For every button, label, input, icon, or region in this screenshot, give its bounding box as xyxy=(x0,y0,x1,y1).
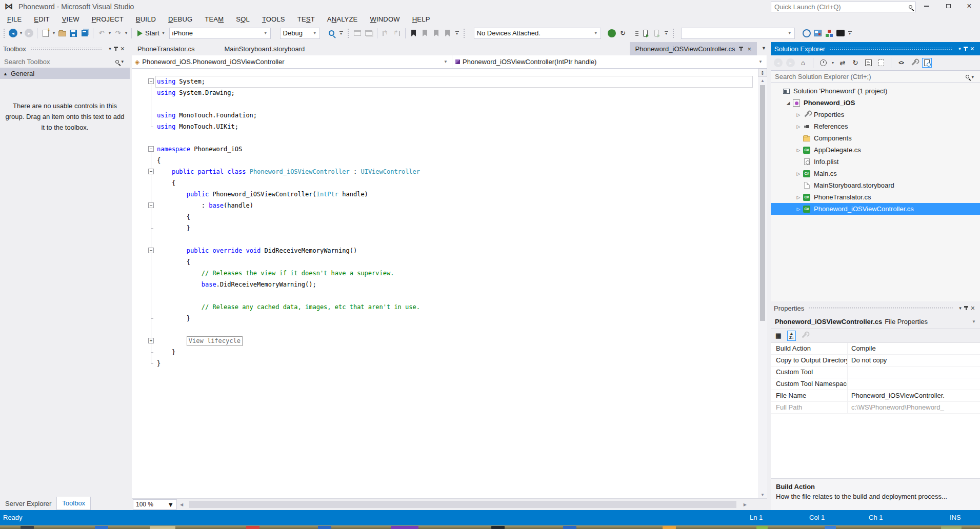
refresh-devices-icon[interactable]: ↻ xyxy=(618,29,628,38)
tree-item-info-plist[interactable]: Info.plist xyxy=(771,156,980,168)
property-value[interactable]: Phoneword_iOSViewController. xyxy=(848,390,980,401)
menu-item-window[interactable]: WINDOW xyxy=(364,14,406,24)
navigate-forward-icon[interactable]: ▸ xyxy=(25,29,33,37)
se-back-icon[interactable]: ◂ xyxy=(774,58,783,67)
chevron-down-icon[interactable]: ▾ xyxy=(108,31,111,35)
taskbar-app-icon[interactable] xyxy=(246,526,259,529)
taskbar-app-icon[interactable] xyxy=(563,526,576,529)
taskbar-app-icon[interactable] xyxy=(150,526,175,529)
solution-explorer-search-input[interactable]: Search Solution Explorer (Ctrl+;) ▾ xyxy=(771,70,980,83)
config-combo[interactable]: Debug▼ xyxy=(280,28,320,39)
prev-bookmark-icon[interactable] xyxy=(421,29,430,38)
save-icon[interactable] xyxy=(69,29,78,38)
close-icon[interactable]: × xyxy=(747,45,751,53)
alphabetical-icon[interactable]: AZ↓ xyxy=(787,331,796,341)
vertical-scrollbar[interactable]: ⇕ ▲ ▼ xyxy=(758,69,767,498)
menu-item-tools[interactable]: TOOLS xyxy=(256,14,291,24)
forms-designer-icon[interactable] xyxy=(813,29,823,38)
menu-item-team[interactable]: TEAM xyxy=(198,14,230,24)
quick-launch-input[interactable]: Quick Launch (Ctrl+Q) xyxy=(771,2,916,12)
pin-icon[interactable] xyxy=(966,306,967,310)
chevron-down-icon[interactable]: ▾ xyxy=(52,31,55,35)
save-all-icon[interactable] xyxy=(80,29,89,38)
toolbar-overflow-icon[interactable]: ▾ xyxy=(664,31,669,35)
taskbar-app-icon[interactable] xyxy=(21,526,34,529)
home-icon[interactable]: ⌂ xyxy=(798,58,808,68)
menu-item-build[interactable]: BUILD xyxy=(130,14,162,24)
toolbox-group-general[interactable]: ▲ General xyxy=(0,68,130,79)
toolbar-grip[interactable] xyxy=(463,28,466,38)
menu-item-analyze[interactable]: ANALYZE xyxy=(321,14,364,24)
types-dropdown[interactable]: ◈ Phoneword_iOS.Phoneword_iOSViewControl… xyxy=(132,55,452,68)
collapsed-icon[interactable]: ▷ xyxy=(794,171,803,176)
categorized-icon[interactable]: ▦ xyxy=(774,331,783,340)
collapsed-region[interactable]: View lifecycle xyxy=(187,336,243,346)
menu-item-help[interactable]: HELP xyxy=(406,14,436,24)
collapsed-icon[interactable]: ▷ xyxy=(794,124,803,129)
property-row-full-path[interactable]: Full Pathc:\WS\Phoneword\Phoneword_ xyxy=(771,402,980,414)
tree-item-properties[interactable]: ▷Properties xyxy=(771,109,980,120)
toolbar-overflow-icon[interactable]: ▾ xyxy=(847,31,853,35)
properties-icon[interactable] xyxy=(909,58,918,68)
restore-button[interactable] xyxy=(937,0,959,12)
chevron-down-icon[interactable]: ▾ xyxy=(19,31,23,35)
collapsed-icon[interactable]: ▷ xyxy=(794,195,803,200)
scrollbar-thumb[interactable] xyxy=(760,85,765,321)
minimize-button[interactable] xyxy=(916,0,937,12)
property-value[interactable] xyxy=(848,367,980,378)
packages-icon[interactable] xyxy=(825,29,834,38)
window-position-icon[interactable]: ▾ xyxy=(959,306,962,311)
close-button[interactable]: × xyxy=(958,0,980,12)
unnamed-combo[interactable]: ▼ xyxy=(681,28,795,39)
find-in-files-icon[interactable] xyxy=(327,29,336,38)
device-sync-icon[interactable] xyxy=(641,29,650,38)
tree-item-appdelegate-cs[interactable]: ▷C#AppDelegate.cs xyxy=(771,144,980,156)
collapsed-icon[interactable]: ▷ xyxy=(794,148,803,153)
toolbox-search-input[interactable]: Search Toolbox ▾ xyxy=(0,55,130,68)
clear-bookmarks-icon[interactable] xyxy=(443,29,452,38)
property-row-build-action[interactable]: Build ActionCompile xyxy=(771,343,980,355)
menu-item-debug[interactable]: DEBUG xyxy=(162,14,198,24)
close-icon[interactable]: × xyxy=(971,304,975,312)
code-editor-surface[interactable]: −−−−−+ using System;using System.Drawing… xyxy=(132,69,767,498)
collapse-all-icon[interactable] xyxy=(864,58,873,68)
scroll-up-icon[interactable]: ▲ xyxy=(761,77,765,84)
preview-selected-items-icon[interactable] xyxy=(922,58,932,68)
tree-item-phoneword-ios[interactable]: ◢Phoneword_iOS xyxy=(771,97,980,109)
taskbar-app-icon[interactable] xyxy=(318,526,331,529)
toolbar-grip[interactable] xyxy=(347,28,350,38)
tab-server-explorer[interactable]: Server Explorer xyxy=(0,497,56,510)
pin-icon[interactable] xyxy=(115,47,116,51)
tree-item-main-cs[interactable]: ▷C#Main.cs xyxy=(771,168,980,179)
tree-item-mainstoryboard-storyboard[interactable]: MainStoryboard.storyboard xyxy=(771,179,980,191)
tab-toolbox[interactable]: Toolbox xyxy=(56,497,91,510)
device-connected-icon[interactable] xyxy=(607,29,616,38)
taskbar-app-icon[interactable] xyxy=(95,526,108,529)
taskbar-app-icon[interactable] xyxy=(491,526,505,529)
window-frames-copy-icon[interactable] xyxy=(364,29,373,38)
scroll-left-icon[interactable]: ◀ xyxy=(180,501,183,508)
tree-item-solution-phoneword-1-project-[interactable]: Solution 'Phoneword' (1 project) xyxy=(771,85,980,97)
close-icon[interactable]: × xyxy=(121,45,125,53)
new-project-icon[interactable] xyxy=(41,29,50,38)
scroll-down-icon[interactable]: ▼ xyxy=(761,491,765,498)
members-dropdown[interactable]: Phoneword_iOSViewController(IntPtr handl… xyxy=(452,55,767,68)
toolbox-title-bar[interactable]: Toolbox ▾ × xyxy=(0,42,130,55)
sync-with-active-document-icon[interactable]: ⇄ xyxy=(838,58,847,68)
taskbar-app-icon[interactable] xyxy=(391,526,418,529)
collapsed-icon[interactable]: ▷ xyxy=(794,112,803,117)
tab-phonetranslator[interactable]: PhoneTranslator.cs xyxy=(132,42,201,55)
menu-item-test[interactable]: TEST xyxy=(291,14,321,24)
redo-icon[interactable]: ↷ xyxy=(113,29,123,38)
tab-list-chevron-icon[interactable]: ▼ xyxy=(762,46,766,51)
split-editor-handle[interactable]: ⇕ xyxy=(758,69,767,77)
property-value[interactable] xyxy=(848,378,980,390)
property-row-custom-tool[interactable]: Custom Tool xyxy=(771,367,980,378)
toolbar-overflow-icon[interactable]: ▾ xyxy=(454,31,460,35)
undo-icon[interactable]: ↶ xyxy=(97,29,106,38)
menu-item-file[interactable]: FILE xyxy=(1,14,28,24)
comment-selection-icon[interactable] xyxy=(381,29,390,38)
tab-mainstoryboard[interactable]: MainStoryboard.storyboard xyxy=(219,42,311,55)
menu-item-view[interactable]: VIEW xyxy=(56,14,86,24)
refresh-icon[interactable]: ↻ xyxy=(851,58,860,68)
